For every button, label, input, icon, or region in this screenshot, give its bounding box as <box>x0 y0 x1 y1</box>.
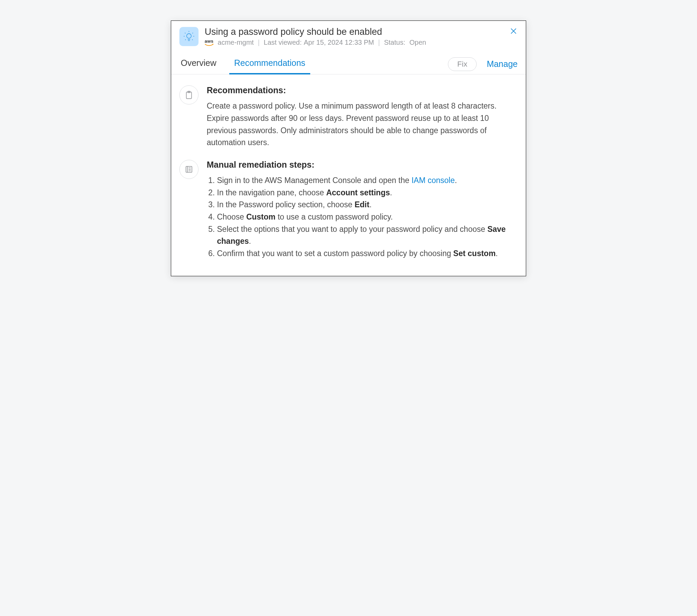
book-icon <box>179 160 199 179</box>
clipboard-icon <box>179 85 199 104</box>
finding-title: Using a password policy should be enable… <box>205 26 518 37</box>
status-label: Status: <box>384 39 405 46</box>
svg-line-2 <box>185 33 186 33</box>
remediation-step: In the Password policy section, choose E… <box>217 199 518 211</box>
account-name: acme-mgmt <box>218 39 254 46</box>
remediation-step: Select the options that you want to appl… <box>217 223 518 248</box>
tab-bar: Overview Recommendations Fix Manage <box>171 54 526 74</box>
remediation-step: Confirm that you want to set a custom pa… <box>217 248 518 260</box>
remediation-step: Sign in to the AWS Management Console an… <box>217 174 518 187</box>
close-button[interactable] <box>509 26 518 36</box>
manage-button[interactable]: Manage <box>487 59 518 69</box>
svg-line-6 <box>185 40 186 40</box>
aws-icon: aws <box>205 39 214 46</box>
last-viewed-value: Apr 15, 2024 12:33 PM <box>304 39 374 46</box>
svg-point-0 <box>187 34 191 39</box>
remediation-step: Choose Custom to use a custom password p… <box>217 211 518 223</box>
remediation-heading: Manual remediation steps: <box>207 160 518 170</box>
header-meta: aws acme-mgmt | Last viewed: Apr 15, 202… <box>205 39 518 46</box>
recommendations-text: Create a password policy. Use a minimum … <box>207 100 518 149</box>
remediation-section: Manual remediation steps: Sign in to the… <box>171 149 526 276</box>
iam-console-link[interactable]: IAM console <box>411 176 455 185</box>
svg-line-7 <box>192 40 193 40</box>
fix-button[interactable]: Fix <box>448 57 476 71</box>
finding-panel: Using a password policy should be enable… <box>171 20 526 276</box>
svg-line-3 <box>192 33 193 33</box>
recommendations-heading: Recommendations: <box>207 85 518 95</box>
lightbulb-icon <box>179 27 199 46</box>
tab-recommendations[interactable]: Recommendations <box>233 54 306 74</box>
status-value: Open <box>409 39 426 46</box>
header-text: Using a password policy should be enable… <box>205 26 518 46</box>
tab-overview[interactable]: Overview <box>179 54 218 74</box>
remediation-steps: Sign in to the AWS Management Console an… <box>207 174 518 260</box>
last-viewed-label: Last viewed: <box>264 39 302 46</box>
panel-header: Using a password policy should be enable… <box>171 21 526 46</box>
remediation-step: In the navigation pane, choose Account s… <box>217 187 518 199</box>
recommendations-section: Recommendations: Create a password polic… <box>171 74 526 149</box>
